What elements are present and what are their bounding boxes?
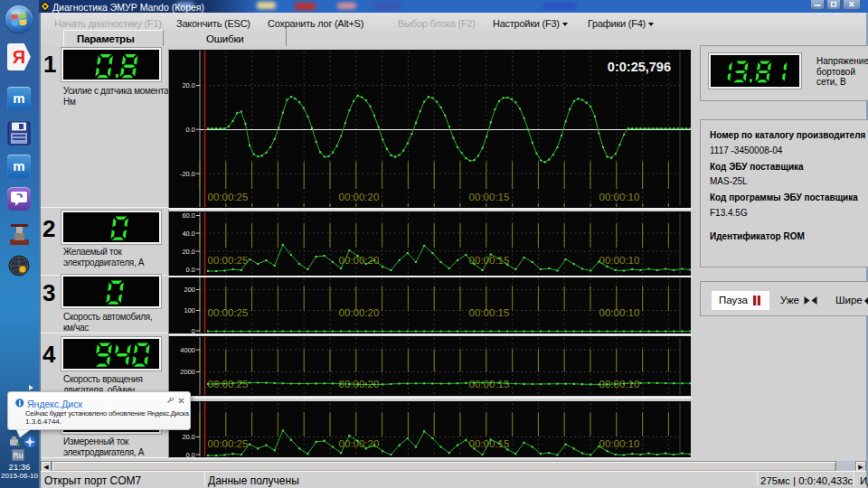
svg-text:0:0:25,796: 0:0:25,796 xyxy=(608,60,671,74)
svg-text:200: 200 xyxy=(184,286,195,294)
svg-text:00:00:10: 00:00:10 xyxy=(599,255,640,266)
svg-text:-20.0: -20.0 xyxy=(180,170,195,178)
svg-text:0: 0 xyxy=(192,327,195,333)
svg-text:0.0: 0.0 xyxy=(186,451,195,457)
svg-text:00:00:10: 00:00:10 xyxy=(599,438,640,449)
svg-text:00:00:20: 00:00:20 xyxy=(339,307,380,318)
svg-text:00:00:20: 00:00:20 xyxy=(339,192,380,202)
svg-text:20.0: 20.0 xyxy=(182,81,195,89)
svg-text:4000: 4000 xyxy=(180,346,195,354)
svg-text:100: 100 xyxy=(184,306,195,314)
svg-text:00:00:15: 00:00:15 xyxy=(469,192,510,202)
svg-text:20.0: 20.0 xyxy=(182,433,195,441)
svg-text:40.0: 40.0 xyxy=(182,230,195,238)
svg-text:60.0: 60.0 xyxy=(182,211,195,220)
svg-text:20.0: 20.0 xyxy=(182,248,195,256)
svg-text:0.0: 0.0 xyxy=(186,266,195,274)
svg-text:2000: 2000 xyxy=(180,368,195,376)
svg-text:00:00:10: 00:00:10 xyxy=(599,192,640,202)
svg-text:00:00:25: 00:00:25 xyxy=(208,255,249,266)
svg-text:00:00:25: 00:00:25 xyxy=(208,192,249,202)
svg-text:00:00:15: 00:00:15 xyxy=(469,307,510,318)
svg-text:00:00:25: 00:00:25 xyxy=(208,307,249,318)
svg-text:00:00:15: 00:00:15 xyxy=(469,438,510,449)
svg-text:00:00:25: 00:00:25 xyxy=(208,438,249,449)
svg-text:00:00:20: 00:00:20 xyxy=(339,438,380,449)
svg-text:00:00:10: 00:00:10 xyxy=(599,307,640,318)
svg-text:0.0: 0.0 xyxy=(186,126,195,134)
